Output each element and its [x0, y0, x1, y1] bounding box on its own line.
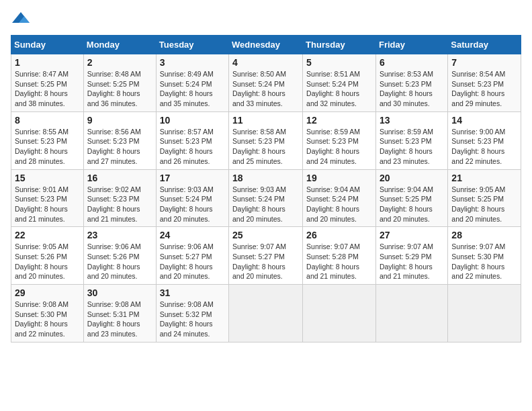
calendar-cell: 10Sunrise: 8:57 AM Sunset: 5:23 PM Dayli…: [156, 111, 228, 169]
day-info: Sunrise: 9:07 AM Sunset: 5:28 PM Dayligh…: [306, 242, 372, 281]
calendar-cell: 23Sunrise: 9:06 AM Sunset: 5:26 PM Dayli…: [83, 227, 156, 285]
day-number: 16: [87, 173, 152, 183]
day-info: Sunrise: 9:05 AM Sunset: 5:25 PM Dayligh…: [451, 185, 517, 224]
day-info: Sunrise: 8:55 AM Sunset: 5:23 PM Dayligh…: [15, 127, 80, 167]
day-info: Sunrise: 8:53 AM Sunset: 5:23 PM Dayligh…: [380, 69, 444, 109]
day-number: 30: [87, 287, 152, 298]
day-number: 9: [87, 115, 152, 126]
day-number: 19: [306, 173, 372, 183]
calendar-cell: 2Sunrise: 8:48 AM Sunset: 5:25 PM Daylig…: [83, 54, 156, 112]
calendar-cell: 30Sunrise: 9:08 AM Sunset: 5:31 PM Dayli…: [83, 285, 156, 342]
day-info: Sunrise: 8:51 AM Sunset: 5:24 PM Dayligh…: [306, 69, 372, 109]
day-number: 24: [160, 230, 225, 240]
calendar-cell: 4Sunrise: 8:50 AM Sunset: 5:24 PM Daylig…: [229, 54, 303, 112]
calendar-cell: 14Sunrise: 9:00 AM Sunset: 5:23 PM Dayli…: [448, 111, 521, 169]
logo-icon: [11, 11, 31, 27]
day-number: 7: [451, 57, 517, 68]
day-info: Sunrise: 9:04 AM Sunset: 5:24 PM Dayligh…: [306, 185, 372, 224]
logo: [11, 11, 34, 27]
day-number: 22: [15, 230, 80, 240]
day-number: 26: [306, 230, 372, 240]
weekday-header: Saturday: [448, 36, 521, 54]
day-number: 12: [306, 115, 372, 126]
day-info: Sunrise: 9:08 AM Sunset: 5:30 PM Dayligh…: [15, 300, 80, 339]
calendar-header-row: SundayMondayTuesdayWednesdayThursdayFrid…: [11, 36, 521, 54]
day-number: 21: [451, 173, 517, 183]
day-number: 8: [15, 115, 80, 126]
calendar-cell: 27Sunrise: 9:07 AM Sunset: 5:29 PM Dayli…: [375, 227, 447, 285]
calendar-cell: 22Sunrise: 9:05 AM Sunset: 5:26 PM Dayli…: [11, 227, 84, 285]
day-info: Sunrise: 9:06 AM Sunset: 5:27 PM Dayligh…: [160, 242, 225, 281]
day-info: Sunrise: 9:06 AM Sunset: 5:26 PM Dayligh…: [87, 242, 152, 281]
day-number: 18: [232, 173, 299, 183]
calendar-cell: 19Sunrise: 9:04 AM Sunset: 5:24 PM Dayli…: [303, 169, 376, 227]
day-number: 20: [380, 173, 444, 183]
calendar-cell: 7Sunrise: 8:54 AM Sunset: 5:23 PM Daylig…: [448, 54, 521, 112]
calendar-cell: 6Sunrise: 8:53 AM Sunset: 5:23 PM Daylig…: [375, 54, 447, 112]
day-number: 31: [160, 287, 225, 298]
day-info: Sunrise: 8:47 AM Sunset: 5:25 PM Dayligh…: [15, 69, 80, 109]
day-info: Sunrise: 9:04 AM Sunset: 5:25 PM Dayligh…: [380, 185, 444, 224]
day-number: 10: [160, 115, 225, 126]
day-info: Sunrise: 9:03 AM Sunset: 5:24 PM Dayligh…: [232, 185, 299, 224]
calendar-cell: [303, 285, 376, 342]
weekday-header: Tuesday: [156, 36, 228, 54]
day-number: 28: [451, 230, 517, 240]
day-info: Sunrise: 9:00 AM Sunset: 5:23 PM Dayligh…: [451, 127, 517, 167]
day-info: Sunrise: 8:54 AM Sunset: 5:23 PM Dayligh…: [451, 69, 517, 109]
calendar-cell: 21Sunrise: 9:05 AM Sunset: 5:25 PM Dayli…: [448, 169, 521, 227]
day-number: 14: [451, 115, 517, 126]
day-info: Sunrise: 9:08 AM Sunset: 5:31 PM Dayligh…: [87, 300, 152, 339]
day-number: 29: [15, 287, 80, 298]
weekday-header: Thursday: [303, 36, 376, 54]
day-number: 15: [15, 173, 80, 183]
day-info: Sunrise: 8:59 AM Sunset: 5:23 PM Dayligh…: [380, 127, 444, 167]
day-info: Sunrise: 9:02 AM Sunset: 5:23 PM Dayligh…: [87, 185, 152, 224]
calendar-cell: 31Sunrise: 9:08 AM Sunset: 5:32 PM Dayli…: [156, 285, 228, 342]
calendar-cell: [375, 285, 447, 342]
calendar-cell: 15Sunrise: 9:01 AM Sunset: 5:23 PM Dayli…: [11, 169, 84, 227]
day-info: Sunrise: 8:48 AM Sunset: 5:25 PM Dayligh…: [87, 69, 152, 109]
calendar-cell: 3Sunrise: 8:49 AM Sunset: 5:24 PM Daylig…: [156, 54, 228, 112]
calendar-week-row: 15Sunrise: 9:01 AM Sunset: 5:23 PM Dayli…: [11, 169, 521, 227]
day-number: 23: [87, 230, 152, 240]
day-number: 11: [232, 115, 299, 126]
day-info: Sunrise: 8:56 AM Sunset: 5:23 PM Dayligh…: [87, 127, 152, 167]
calendar-week-row: 22Sunrise: 9:05 AM Sunset: 5:26 PM Dayli…: [11, 227, 521, 285]
calendar-cell: 17Sunrise: 9:03 AM Sunset: 5:24 PM Dayli…: [156, 169, 228, 227]
day-info: Sunrise: 8:57 AM Sunset: 5:23 PM Dayligh…: [160, 127, 225, 167]
calendar-cell: 1Sunrise: 8:47 AM Sunset: 5:25 PM Daylig…: [11, 54, 84, 112]
calendar-week-row: 1Sunrise: 8:47 AM Sunset: 5:25 PM Daylig…: [11, 54, 521, 112]
day-info: Sunrise: 9:07 AM Sunset: 5:30 PM Dayligh…: [451, 242, 517, 281]
calendar-week-row: 8Sunrise: 8:55 AM Sunset: 5:23 PM Daylig…: [11, 111, 521, 169]
day-number: 13: [380, 115, 444, 126]
day-info: Sunrise: 9:05 AM Sunset: 5:26 PM Dayligh…: [15, 242, 80, 281]
header: [11, 11, 521, 27]
calendar-cell: 20Sunrise: 9:04 AM Sunset: 5:25 PM Dayli…: [375, 169, 447, 227]
calendar-cell: 26Sunrise: 9:07 AM Sunset: 5:28 PM Dayli…: [303, 227, 376, 285]
calendar-week-row: 29Sunrise: 9:08 AM Sunset: 5:30 PM Dayli…: [11, 285, 521, 342]
day-info: Sunrise: 9:07 AM Sunset: 5:29 PM Dayligh…: [380, 242, 444, 281]
day-number: 27: [380, 230, 444, 240]
day-number: 6: [380, 57, 444, 68]
day-info: Sunrise: 8:50 AM Sunset: 5:24 PM Dayligh…: [232, 69, 299, 109]
day-info: Sunrise: 9:03 AM Sunset: 5:24 PM Dayligh…: [160, 185, 225, 224]
day-number: 5: [306, 57, 372, 68]
calendar-cell: [448, 285, 521, 342]
calendar-cell: 5Sunrise: 8:51 AM Sunset: 5:24 PM Daylig…: [303, 54, 376, 112]
day-info: Sunrise: 9:08 AM Sunset: 5:32 PM Dayligh…: [160, 300, 225, 339]
calendar-cell: 11Sunrise: 8:58 AM Sunset: 5:23 PM Dayli…: [229, 111, 303, 169]
day-number: 2: [87, 57, 152, 68]
day-number: 17: [160, 173, 225, 183]
calendar-cell: 9Sunrise: 8:56 AM Sunset: 5:23 PM Daylig…: [83, 111, 156, 169]
calendar-cell: 12Sunrise: 8:59 AM Sunset: 5:23 PM Dayli…: [303, 111, 376, 169]
day-info: Sunrise: 9:01 AM Sunset: 5:23 PM Dayligh…: [15, 185, 80, 224]
calendar-cell: 28Sunrise: 9:07 AM Sunset: 5:30 PM Dayli…: [448, 227, 521, 285]
day-number: 4: [232, 57, 299, 68]
day-info: Sunrise: 9:07 AM Sunset: 5:27 PM Dayligh…: [232, 242, 299, 281]
weekday-header: Wednesday: [229, 36, 303, 54]
day-info: Sunrise: 8:58 AM Sunset: 5:23 PM Dayligh…: [232, 127, 299, 167]
weekday-header: Sunday: [11, 36, 84, 54]
weekday-header: Friday: [375, 36, 447, 54]
day-number: 1: [15, 57, 80, 68]
